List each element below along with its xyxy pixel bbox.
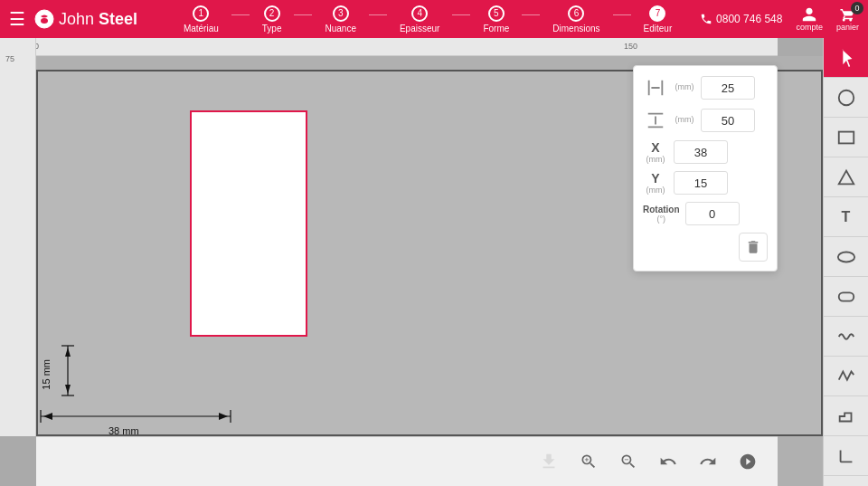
width-icon — [643, 75, 668, 100]
step-5[interactable]: 5 Forme — [470, 5, 522, 33]
account-button[interactable]: compte — [796, 6, 823, 32]
step-2[interactable]: 2 Type — [250, 5, 295, 33]
step-7[interactable]: 7 Editeur — [631, 5, 685, 33]
step-navigation: 1 Matériau 2 Type 3 Nuance 4 Epaisseur 5… — [156, 5, 700, 33]
step-1[interactable]: 1 Matériau — [171, 5, 231, 33]
main-area: 0 150 75 — [0, 38, 868, 486]
svg-point-12 — [838, 90, 854, 105]
zoom-in-icon — [580, 453, 598, 471]
zoom-out-button[interactable] — [612, 445, 645, 478]
x-label-container: X (mm) — [643, 140, 668, 164]
logo: JohnSteel — [34, 9, 137, 29]
delete-button[interactable] — [739, 233, 768, 262]
tool-zigzag-icon — [836, 367, 856, 386]
height-row: (mm) — [643, 108, 768, 133]
cart-badge: 0 — [851, 2, 863, 14]
phone-icon — [700, 13, 712, 25]
tool-ellipse-icon — [836, 247, 856, 267]
tool-stair[interactable] — [824, 396, 869, 436]
dxf-export-button — [533, 445, 565, 478]
rotation-row: Rotation (°) — [643, 202, 768, 225]
width-row: (mm) — [643, 75, 768, 100]
header: ☰ JohnSteel 1 Matériau 2 Type 3 Nuance 4… — [0, 0, 868, 38]
rotation-input[interactable] — [685, 202, 740, 225]
tool-oblong-icon — [836, 287, 856, 307]
y-label: Y — [643, 171, 668, 186]
y-label-container: Y (mm) — [643, 171, 668, 195]
ruler-top: 0 150 — [0, 38, 778, 56]
x-unit: (mm) — [643, 155, 668, 164]
logo-john: John — [59, 10, 94, 29]
properties-panel: (mm) (mm) X (mm) — [633, 65, 778, 272]
delete-button-container — [643, 233, 768, 262]
dim-15mm-label: 15 mm — [41, 359, 52, 390]
step-6[interactable]: 6 Dimensions — [540, 5, 612, 33]
phone-number: 0800 746 548 — [700, 13, 782, 25]
tool-wave[interactable] — [824, 317, 869, 357]
ruler-left: 75 — [0, 38, 36, 436]
tool-oblong[interactable] — [824, 277, 869, 317]
tool-rectangle-icon — [836, 128, 856, 148]
svg-point-1 — [41, 18, 48, 24]
dim-38mm-label: 38 mm — [108, 425, 139, 436]
account-icon — [801, 6, 817, 23]
right-toolbar: T — [823, 38, 868, 486]
tool-corner[interactable] — [824, 436, 869, 476]
x-label: X — [643, 140, 668, 155]
cart-button[interactable]: panier 0 — [836, 6, 859, 32]
x-position-row: X (mm) — [643, 140, 768, 164]
select-icon — [739, 453, 757, 471]
tool-stair-icon — [836, 406, 856, 426]
step-connector-3 — [369, 14, 387, 15]
svg-point-14 — [837, 252, 854, 262]
step-connector-5 — [522, 14, 540, 15]
bottom-toolbar — [36, 436, 778, 486]
step-3[interactable]: 3 Nuance — [312, 5, 368, 33]
svg-rect-15 — [838, 292, 854, 300]
header-right: 0800 746 548 compte panier 0 — [700, 6, 859, 32]
width-dimension-icon — [646, 78, 665, 98]
tool-text[interactable]: T — [824, 197, 869, 237]
tool-circle[interactable] — [824, 78, 869, 118]
y-position-row: Y (mm) — [643, 171, 768, 195]
step-4[interactable]: 4 Epaisseur — [387, 5, 452, 33]
tool-zigzag[interactable] — [824, 357, 869, 396]
tool-rectangle[interactable] — [824, 118, 869, 157]
rotation-label-container: Rotation (°) — [643, 205, 680, 224]
zoom-out-icon — [619, 453, 637, 471]
svg-rect-13 — [838, 131, 854, 143]
height-icon — [643, 108, 668, 133]
step-connector-1 — [231, 14, 250, 15]
y-unit: (mm) — [643, 186, 668, 195]
zoom-in-button[interactable] — [572, 445, 605, 478]
tool-circle-icon — [836, 88, 856, 108]
select-button[interactable] — [731, 445, 764, 478]
canvas-area[interactable]: 0 150 75 — [0, 38, 823, 486]
undo-icon — [659, 453, 677, 471]
redo-icon — [699, 453, 717, 471]
tool-select[interactable] — [824, 38, 869, 78]
trash-icon — [745, 239, 761, 255]
height-input[interactable] — [701, 109, 755, 132]
tool-triangle-icon — [836, 167, 856, 187]
menu-icon[interactable]: ☰ — [9, 8, 25, 30]
y-input[interactable] — [674, 171, 728, 195]
tool-ellipse[interactable] — [824, 237, 869, 277]
x-input[interactable] — [674, 140, 728, 164]
logo-steel: Steel — [99, 10, 137, 29]
tool-wave-icon — [836, 327, 856, 347]
logo-icon — [34, 9, 54, 29]
tool-select-icon — [836, 48, 856, 68]
tool-corner-icon — [836, 446, 856, 466]
dxf-icon — [539, 452, 559, 472]
cut-rectangle[interactable] — [190, 110, 307, 337]
rotation-unit: (°) — [643, 214, 680, 224]
undo-button[interactable] — [652, 445, 684, 478]
step-connector-4 — [452, 14, 470, 15]
width-input[interactable] — [701, 76, 755, 100]
step-connector-2 — [294, 14, 312, 15]
redo-button[interactable] — [692, 445, 724, 478]
rotation-label: Rotation — [643, 205, 680, 214]
tool-triangle[interactable] — [824, 157, 869, 197]
step-connector-6 — [613, 14, 631, 15]
